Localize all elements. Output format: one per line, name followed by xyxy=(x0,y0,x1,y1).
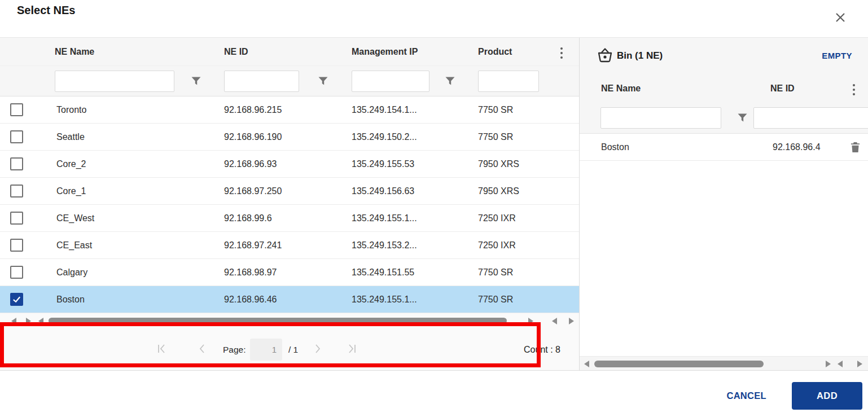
scroll-right-icon[interactable] xyxy=(528,318,533,324)
horizontal-scrollbar[interactable] xyxy=(0,313,579,328)
ne-name-filter-input[interactable] xyxy=(55,71,174,92)
bin-filter-row xyxy=(580,103,868,134)
cell-management-ip: 135.249.155.53 xyxy=(352,151,414,177)
bin-col-header-ne-id[interactable]: NE ID xyxy=(770,74,795,103)
kebab-menu-icon[interactable] xyxy=(558,47,565,59)
cell-ne-id: 92.168.96.215 xyxy=(224,96,282,123)
scroll-left-icon[interactable] xyxy=(552,318,557,324)
scrollbar-thumb[interactable] xyxy=(49,318,507,324)
kebab-menu-icon[interactable] xyxy=(850,84,858,95)
cell-management-ip: 135.249.154.1... xyxy=(352,96,417,123)
scroll-left-icon[interactable] xyxy=(11,318,16,324)
bin-ne-name-filter-input[interactable] xyxy=(600,107,721,129)
scroll-right-icon[interactable] xyxy=(857,361,862,367)
scrollbar-thumb[interactable] xyxy=(594,361,764,367)
scroll-left-icon[interactable] xyxy=(584,361,589,367)
table-row-ce-east[interactable]: CE_East 92.168.97.241 135.249.153.2... 7… xyxy=(0,232,579,259)
table-row-ce-west[interactable]: CE_West 92.168.99.6 135.249.155.1... 725… xyxy=(0,205,579,232)
first-page-icon[interactable] xyxy=(157,344,166,356)
scroll-left-icon[interactable] xyxy=(838,361,843,367)
table-row-seattle[interactable]: Seattle 92.168.96.190 135.249.150.2... 7… xyxy=(0,124,579,151)
add-button[interactable]: ADD xyxy=(792,382,862,410)
cell-management-ip: 135.249.155.1... xyxy=(352,205,417,231)
cell-product: 7250 IXR xyxy=(478,205,516,231)
ne-table-filter-row xyxy=(0,66,579,96)
cell-ne-id: 92.168.97.241 xyxy=(224,232,282,258)
cell-ne-id: 92.168.97.250 xyxy=(224,178,282,204)
ne-table-header-row: NE Name NE ID Management IP Product xyxy=(0,38,579,66)
scroll-right-icon[interactable] xyxy=(569,318,574,324)
empty-bin-button[interactable]: EMPTY xyxy=(822,38,852,74)
product-filter-input[interactable] xyxy=(478,71,539,92)
table-row-calgary[interactable]: Calgary 92.168.98.97 135.249.151.55 7750… xyxy=(0,259,579,286)
cell-ne-name: CE_West xyxy=(56,205,94,231)
col-header-product[interactable]: Product xyxy=(478,38,512,66)
funnel-icon[interactable] xyxy=(191,77,201,85)
cell-ne-name: Boston xyxy=(56,286,85,313)
bin-header-row: NE Name NE ID xyxy=(580,74,868,103)
management-ip-filter-input[interactable] xyxy=(352,71,429,92)
bin-cell-ne-id: 92.168.96.4 xyxy=(773,134,821,160)
cell-management-ip: 135.249.151.55 xyxy=(352,259,414,286)
funnel-icon[interactable] xyxy=(445,77,455,85)
bin-ne-id-filter-input[interactable] xyxy=(753,107,868,129)
bin-cell-ne-name: Boston xyxy=(601,134,629,160)
cell-ne-id: 92.168.96.93 xyxy=(224,151,277,177)
row-checkbox-checked[interactable] xyxy=(10,293,23,306)
col-header-ne-name[interactable]: NE Name xyxy=(55,38,94,66)
bin-panel: Bin (1 NE) EMPTY NE Name NE ID Boston 92… xyxy=(580,38,868,371)
cell-ne-name: Calgary xyxy=(56,259,87,286)
cell-product: 7950 XRS xyxy=(478,151,519,177)
bin-row-boston[interactable]: Boston 92.168.96.4 xyxy=(580,134,868,161)
row-checkbox[interactable] xyxy=(10,130,23,143)
ne-table-panel: NE Name NE ID Management IP Product Toro… xyxy=(0,38,579,371)
row-checkbox[interactable] xyxy=(10,103,23,116)
scroll-left-icon[interactable] xyxy=(38,318,43,324)
row-checkbox[interactable] xyxy=(10,157,23,170)
cell-management-ip: 135.249.153.2... xyxy=(352,232,417,258)
bin-col-header-ne-name[interactable]: NE Name xyxy=(601,74,641,103)
basket-icon xyxy=(597,47,613,67)
row-checkbox[interactable] xyxy=(10,212,23,225)
bin-title: Bin (1 NE) xyxy=(617,38,663,74)
footer-divider xyxy=(0,370,868,371)
cell-ne-name: Core_2 xyxy=(56,151,86,177)
cell-ne-id: 92.168.99.6 xyxy=(224,205,272,231)
row-checkbox[interactable] xyxy=(10,266,23,279)
previous-page-icon[interactable] xyxy=(199,344,205,356)
row-checkbox[interactable] xyxy=(10,239,23,252)
ne-id-filter-input[interactable] xyxy=(224,71,299,92)
cell-ne-id: 92.168.96.190 xyxy=(224,124,282,150)
trash-icon[interactable] xyxy=(851,142,860,155)
scroll-right-icon[interactable] xyxy=(26,318,31,324)
cell-product: 7250 IXR xyxy=(478,232,516,258)
cell-product: 7750 SR xyxy=(478,286,513,313)
cell-product: 7750 SR xyxy=(478,96,513,123)
table-row-toronto[interactable]: Toronto 92.168.96.215 135.249.154.1... 7… xyxy=(0,96,579,124)
cancel-button[interactable]: CANCEL xyxy=(710,382,766,409)
scroll-right-icon[interactable] xyxy=(826,361,831,367)
row-count-label: Count : 8 xyxy=(524,328,560,371)
close-icon[interactable] xyxy=(832,10,848,25)
row-checkbox[interactable] xyxy=(10,185,23,197)
next-page-icon[interactable] xyxy=(314,344,321,356)
page-number-input[interactable]: 1 xyxy=(250,339,282,361)
bin-horizontal-scrollbar[interactable] xyxy=(580,356,868,371)
cell-ne-name: Toronto xyxy=(56,96,86,123)
last-page-icon[interactable] xyxy=(348,344,357,356)
col-header-management-ip[interactable]: Management IP xyxy=(352,38,418,66)
cell-product: 7950 XRS xyxy=(478,178,519,204)
page-total: / 1 xyxy=(288,328,298,371)
funnel-icon[interactable] xyxy=(738,113,747,122)
table-row-boston-selected[interactable]: Boston 92.168.96.46 135.249.155.1... 775… xyxy=(0,286,579,313)
cell-ne-id: 92.168.98.97 xyxy=(224,259,277,286)
cell-product: 7750 SR xyxy=(478,259,513,286)
table-row-core-1[interactable]: Core_1 92.168.97.250 135.249.156.63 7950… xyxy=(0,178,579,205)
cell-management-ip: 135.249.150.2... xyxy=(352,124,417,150)
funnel-icon[interactable] xyxy=(318,77,328,85)
col-header-ne-id[interactable]: NE ID xyxy=(224,38,248,66)
table-row-core-2[interactable]: Core_2 92.168.96.93 135.249.155.53 7950 … xyxy=(0,151,579,178)
bin-header: Bin (1 NE) EMPTY xyxy=(580,38,868,74)
cell-ne-name: Core_1 xyxy=(56,178,86,204)
cell-ne-id: 92.168.96.46 xyxy=(224,286,277,313)
